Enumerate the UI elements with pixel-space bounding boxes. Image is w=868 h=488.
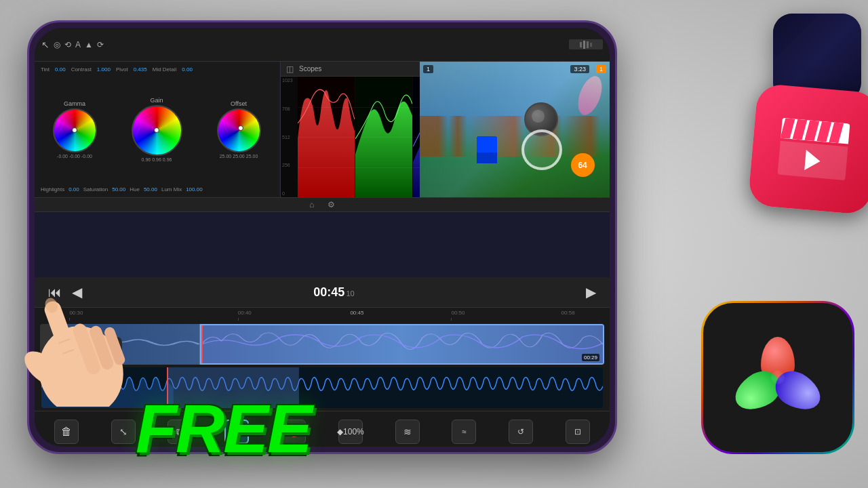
histogram-mini (569, 39, 603, 49)
offset-label: Offset (231, 100, 247, 107)
ruler-mark-40: 00:40 (238, 310, 252, 316)
mid-detail-label: Mid Detail (153, 66, 177, 73)
next-frame-btn[interactable]: ▶ (586, 284, 596, 300)
echo-reverb-icon: ↺ (509, 420, 533, 444)
offset-wheel-dial[interactable] (217, 108, 261, 152)
tick-3 (451, 318, 452, 321)
track-playhead (201, 325, 203, 363)
offset-wheel[interactable]: Offset 25.0025.0025.00 (217, 100, 261, 159)
gamma-values: -0.00-0.00-0.00 (57, 154, 92, 159)
gain-values: 0.960.960.96 (142, 157, 172, 162)
app-icons-container: P (610, 0, 868, 488)
video-editor-icon[interactable] (747, 83, 868, 215)
scopes-icon[interactable]: ◫ (286, 64, 294, 74)
tint-label: Tint (41, 66, 50, 73)
pivot-label: Pivot (116, 66, 128, 73)
home-icon[interactable]: ⌂ (309, 200, 314, 209)
clap-stripe-5 (829, 122, 844, 143)
gain-wheel-dial[interactable] (132, 105, 182, 156)
preview-badge-time: 3:23 (570, 65, 589, 73)
offset-values: 25.0025.0025.00 (220, 154, 258, 159)
audio-effect-tool[interactable]: ≈ Audio Effect (443, 420, 484, 447)
timecode-main: 00:45 (313, 285, 344, 300)
fade-tool[interactable]: ≋ Fade (387, 420, 428, 447)
topbar-icon3[interactable]: ⟲ (64, 40, 71, 49)
speed-badge: 64 (571, 153, 595, 177)
editor-topbar: ↖ ◎ ⟲ A ▲ ⟳ (35, 28, 610, 62)
building-bg (420, 116, 610, 157)
audio-effect-icon: ≈ (452, 420, 476, 444)
topbar-icon5[interactable]: ▲ (85, 40, 93, 49)
middle-toolbar: ⌂ ⚙ (35, 197, 610, 212)
clapboard-bottom (778, 141, 848, 181)
clapboard-top (781, 118, 850, 144)
timecode-sub: 10 (346, 289, 354, 298)
preview-badge-left: 1 (423, 65, 433, 73)
davinci-icon[interactable] (703, 303, 852, 452)
hand-svg (0, 217, 190, 407)
color-wheels-row: Gamma -0.00-0.00-0.00 Gain (38, 76, 275, 182)
video-icon-content (778, 118, 850, 180)
y-axis-labels: 1023 768 512 256 0 (281, 77, 298, 197)
gain-wheel[interactable]: Gain 0.960.960.96 (132, 97, 182, 162)
timeline-nav-right: ▶ (586, 284, 596, 300)
ruler-mark-45: 00:45 (350, 310, 363, 316)
free-text: FREE (136, 390, 311, 468)
echo-reverb-tool[interactable]: ↺ Echo&Reverb (500, 420, 541, 447)
speed-value: 64 (578, 161, 587, 170)
volume-tool[interactable]: ◆100% Volume (330, 420, 371, 447)
fade-icon: ≋ (395, 420, 420, 444)
hand-pointer (0, 217, 190, 407)
video-preview: 64 1 3:23 1 (420, 62, 610, 197)
delete-tool[interactable]: 🗑 Delete (46, 420, 87, 447)
settings-icon[interactable]: ⚙ (328, 200, 335, 209)
pivot-value: 0.435 (134, 66, 147, 73)
topbar-icon6[interactable]: ⟳ (97, 40, 104, 49)
topbar-icon4[interactable]: A (75, 40, 81, 49)
davinci-logo (737, 337, 818, 418)
top-sliders-row: Tint 0.00 Contrast 1.000 Pivot 0.435 Mid… (38, 65, 275, 74)
topbar-circle-icon[interactable]: ◎ (54, 40, 60, 49)
audio-denoise-tool[interactable]: ⊡ Audio De... (557, 420, 598, 447)
tint-value: 0.00 (55, 66, 66, 73)
bottom-sliders-row: Highlights0.00 Saturation50.00 Hue50.00 … (38, 185, 275, 194)
video-preview-content: 64 1 3:23 1 (420, 62, 610, 197)
mid-detail-value: 0.00 (182, 66, 193, 73)
play-triangle (804, 150, 821, 171)
audio-denoise-icon: ⊡ (566, 420, 590, 444)
gamma-label: Gamma (64, 100, 85, 107)
topbar-arrow-icon[interactable]: ↖ (41, 39, 50, 50)
game-circle (521, 129, 562, 170)
volume-icon: ◆100% (338, 420, 363, 444)
resize-icon: ⤡ (111, 420, 136, 444)
timecode-display: 00:45 10 (313, 285, 354, 300)
scopes-title: Scopes (299, 65, 321, 73)
gamma-wheel-dial[interactable] (53, 108, 97, 152)
game-character (477, 136, 497, 163)
ruler-mark-58: 00:58 (561, 310, 575, 316)
gamma-wheel[interactable]: Gamma -0.00-0.00-0.00 (53, 100, 97, 159)
davinci-center (771, 371, 785, 384)
toolbar: 🗑 Delete ⤡ Resize ⧉ Layer ▪ Background 🔇 (35, 411, 610, 447)
color-wheels-section: Tint 0.00 Contrast 1.000 Pivot 0.435 Mid… (35, 62, 279, 197)
clip2-badge: 00:29 (582, 354, 599, 361)
ruler-mark-50: 00:50 (451, 310, 465, 316)
clip-segment-selected[interactable]: 00:29 (200, 324, 604, 365)
tick-2 (238, 318, 239, 321)
contrast-value: 1.000 (97, 66, 111, 73)
delete-icon: 🗑 (54, 420, 79, 444)
preview-badge-orange: 1 (596, 65, 606, 73)
contrast-label: Contrast (71, 66, 92, 73)
gain-label: Gain (150, 97, 163, 104)
